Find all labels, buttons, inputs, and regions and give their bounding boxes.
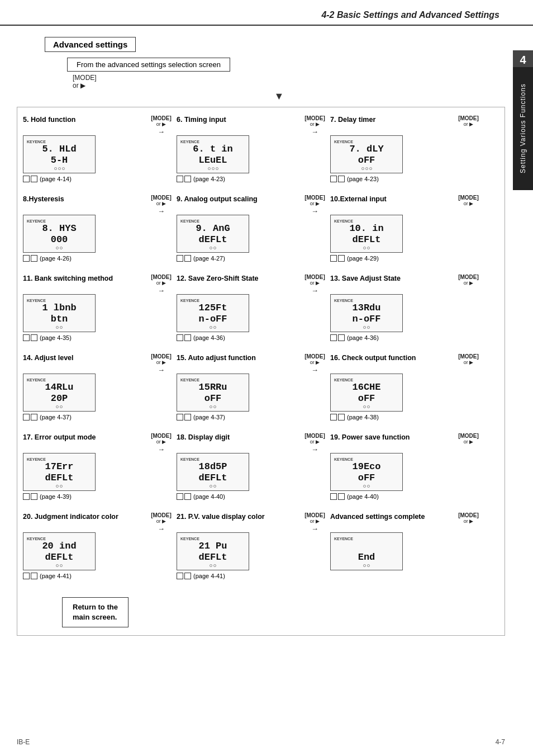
device-display-20: KEYENCE 20 ind dEFLt (23, 532, 96, 570)
mode-or-top: [MODE] or ▶ (73, 74, 505, 89)
setting-title-complete: Advanced settings complete (330, 512, 425, 530)
checkbox-icon (184, 573, 191, 579)
indicator-dot (56, 405, 59, 408)
setting-title-5: 5. Hold function (23, 115, 75, 133)
checkbox-icon (338, 414, 345, 420)
checkbox-icon (31, 334, 37, 341)
device-display-12: KEYENCE 125Ft n-oFF (177, 294, 249, 332)
indicator-dot (210, 564, 212, 567)
display-text-8: 8. HYS 000 (42, 223, 76, 246)
page-header: 4-2 Basic Settings and Advanced Settings (0, 0, 533, 26)
setting-item-18: 18. Display digit KEYENCE 18d5P dEFLt (177, 433, 299, 500)
indicator-dot (367, 326, 370, 329)
setting-item-21: 21. P.V. value display color KEYENCE 21 … (177, 512, 299, 579)
mode-connector-10-end: [MODE] or ▶ (453, 195, 484, 228)
page-ref-5: (page 4-14) (23, 176, 72, 182)
settings-row-4: 14. Adjust level KEYENCE 14RLu 20P (23, 353, 496, 420)
checkbox-icon (23, 176, 30, 182)
main-content: Advanced settings From the advanced sett… (0, 31, 533, 647)
setting-title-19: 19. Power save function (330, 433, 410, 451)
setting-item-12: 12. Save Zero-Shift State KEYENCE 125Ft … (177, 274, 299, 341)
indicator-dot (58, 167, 61, 170)
display-text-5: 5. HLd 5-H (42, 144, 76, 167)
display-text-13: 13Rdu n-oFF (352, 303, 380, 325)
checkbox-icon (330, 493, 337, 500)
display-text-complete: End (358, 541, 375, 564)
indicator-dot (363, 405, 366, 408)
display-text-20: 20 ind dEFLt (42, 541, 76, 564)
checkbox-icon (338, 334, 345, 341)
checkbox-icon (31, 573, 37, 579)
header-title: 4-2 Basic Settings and Advanced Settings (321, 10, 499, 20)
page-ref-10: (page 4-29) (330, 255, 379, 262)
display-text-6: 6. t in LEuEL (193, 144, 232, 167)
checkbox-icon (31, 255, 37, 262)
indicator-dot (361, 167, 364, 170)
checkbox-icon (338, 176, 345, 182)
indicator-dot (367, 247, 370, 249)
indicator-dot (208, 167, 211, 170)
setting-item-14: 14. Adjust level KEYENCE 14RLu 20P (23, 353, 146, 420)
setting-item-17: 17. Error output mode KEYENCE 17Err dEFL… (23, 433, 146, 500)
display-text-7: 7. dLY oFF (349, 144, 383, 167)
device-display-16: KEYENCE 16CHE oFF (330, 374, 403, 412)
checkbox-icon (184, 414, 191, 420)
advanced-settings-box: Advanced settings (45, 37, 136, 52)
mode-connector-13-end: [MODE] or ▶ (453, 274, 484, 307)
mode-connector-5-6: [MODE] or ▶ → (146, 115, 177, 157)
mode-connector-19-end: [MODE] or ▶ (453, 433, 484, 466)
page-ref-6: (page 4-23) (177, 176, 225, 182)
page-ref-11: (page 4-35) (23, 334, 72, 341)
checkbox-icon (177, 255, 183, 262)
indicator-dot (210, 247, 212, 249)
device-display-9: KEYENCE 9. AnG dEFLt (177, 215, 249, 253)
settings-row-5: 17. Error output mode KEYENCE 17Err dEFL… (23, 433, 496, 500)
device-display-10: KEYENCE 10. in dEFLt (330, 215, 403, 253)
mode-connector-14-15: [MODE] or ▶ → (146, 353, 177, 395)
device-display-5: KEYENCE 5. HLd 5-H (23, 135, 96, 173)
display-text-12: 125Ft n-oFF (198, 303, 227, 325)
indicator-dot (365, 167, 368, 170)
indicator-dot (213, 247, 216, 249)
setting-title-6: 6. Timing input (177, 115, 226, 133)
indicator-dot (60, 564, 63, 567)
indicator-dot (363, 485, 366, 488)
mode-connector-6-7: [MODE] or ▶ → (299, 115, 330, 157)
checkbox-icon (177, 414, 183, 420)
checkbox-icon (184, 493, 191, 500)
checkbox-icon (23, 334, 30, 341)
mode-connector-7-end: [MODE] or ▶ (453, 115, 484, 148)
page-ref-17: (page 4-39) (23, 493, 72, 500)
device-display-6: KEYENCE 6. t in LEuEL (177, 135, 249, 173)
indicator-dot (210, 405, 212, 408)
page-ref-14: (page 4-37) (23, 414, 72, 420)
mode-connector-16-end: [MODE] or ▶ (453, 353, 484, 386)
device-display-8: KEYENCE 8. HYS 000 (23, 215, 96, 253)
checkbox-icon (338, 255, 345, 262)
indicator-dot (367, 564, 370, 567)
indicator-dot (62, 167, 65, 170)
indicator-dot (367, 485, 370, 488)
setting-item-9: 9. Analog output scaling KEYENCE 9. AnG … (177, 195, 299, 262)
indicator-dot (60, 247, 63, 249)
setting-title-20: 20. Judgment indicator color (23, 512, 118, 530)
indicator-dot (212, 167, 215, 170)
display-text-21: 21 Pu dEFLt (198, 541, 227, 564)
checkbox-icon (330, 414, 337, 420)
setting-title-11: 11. Bank switching method (23, 274, 113, 292)
checkbox-icon (330, 176, 337, 182)
device-display-13: KEYENCE 13Rdu n-oFF (330, 294, 403, 332)
device-display-complete: KEYENCE End (330, 532, 403, 570)
display-text-15: 15RRu oFF (198, 382, 227, 405)
settings-row-1: 5. Hold function KEYENCE 5. HLd 5-H (23, 115, 496, 182)
checkbox-icon (23, 255, 30, 262)
indicator-dot (363, 247, 366, 249)
indicator-dot (60, 405, 63, 408)
mode-connector-18-19: [MODE] or ▶ → (299, 433, 330, 475)
display-text-11: 1 lbnb btn (42, 303, 76, 325)
setting-item-11: 11. Bank switching method KEYENCE 1 lbnb… (23, 274, 146, 341)
page-ref-12: (page 4-36) (177, 334, 225, 341)
checkbox-icon (31, 493, 37, 500)
page-ref-15: (page 4-37) (177, 414, 225, 420)
indicator-dot (363, 326, 366, 329)
